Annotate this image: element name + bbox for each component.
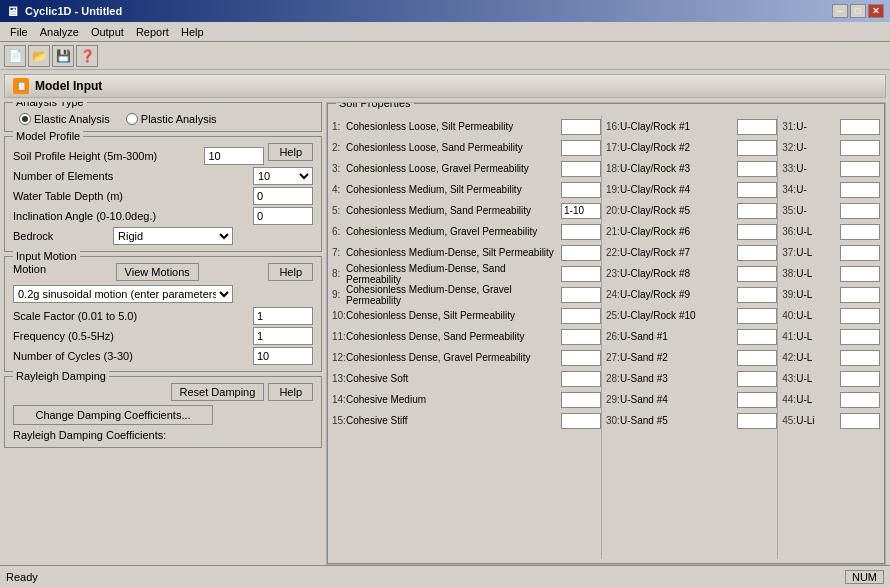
plastic-analysis-option[interactable]: Plastic Analysis [126, 113, 217, 125]
soil-row-19: 19: U-Clay/Rock #4 [606, 179, 777, 200]
soil-input-45[interactable] [840, 413, 880, 429]
soil-input-42[interactable] [840, 350, 880, 366]
soil-row-34: 34: U- [782, 179, 880, 200]
soil-input-23[interactable] [737, 266, 777, 282]
help-toolbar-button[interactable]: ❓ [76, 45, 98, 67]
frequency-input[interactable] [253, 327, 313, 345]
elastic-radio[interactable] [19, 113, 31, 125]
soil-input-36[interactable] [840, 224, 880, 240]
scale-factor-input[interactable] [253, 307, 313, 325]
soil-input-9[interactable] [561, 287, 601, 303]
maximize-button[interactable]: □ [850, 4, 866, 18]
num-cycles-input[interactable] [253, 347, 313, 365]
soil-input-19[interactable] [737, 182, 777, 198]
soil-row-39: 39: U-L [782, 284, 880, 305]
panel-title: Model Input [35, 79, 102, 93]
soil-row-20: 20: U-Clay/Rock #5 [606, 200, 777, 221]
soil-input-10[interactable] [561, 308, 601, 324]
soil-row-1: 1: Cohesionless Loose, Silt Permeability [332, 116, 601, 137]
menu-analyze[interactable]: Analyze [34, 24, 85, 40]
soil-input-14[interactable] [561, 392, 601, 408]
soil-row-29: 29: U-Sand #4 [606, 389, 777, 410]
title-text: Cyclic1D - Untitled [25, 5, 122, 17]
water-table-row: Water Table Depth (m) [9, 187, 317, 205]
input-motion-help-button[interactable]: Help [268, 263, 313, 281]
scale-factor-row: Scale Factor (0.01 to 5.0) [9, 307, 317, 325]
change-damping-button[interactable]: Change Damping Coefficients... [13, 405, 213, 425]
view-motions-button[interactable]: View Motions [116, 263, 199, 281]
soil-input-44[interactable] [840, 392, 880, 408]
soil-row-31: 31: U- [782, 116, 880, 137]
scale-factor-label: Scale Factor (0.01 to 5.0) [13, 310, 253, 322]
soil-input-25[interactable] [737, 308, 777, 324]
soil-input-33[interactable] [840, 161, 880, 177]
soil-input-6[interactable] [561, 224, 601, 240]
elastic-analysis-option[interactable]: Elastic Analysis [19, 113, 110, 125]
soil-input-8[interactable] [561, 266, 601, 282]
soil-input-2[interactable] [561, 140, 601, 156]
soil-row-38: 38: U-L [782, 263, 880, 284]
soil-input-37[interactable] [840, 245, 880, 261]
minimize-button[interactable]: ─ [832, 4, 848, 18]
model-profile-help-button[interactable]: Help [268, 143, 313, 161]
close-button[interactable]: ✕ [868, 4, 884, 18]
soil-input-13[interactable] [561, 371, 601, 387]
soil-row-9: 9: Cohesionless Medium-Dense, Gravel Per… [332, 284, 601, 305]
motion-select[interactable]: 0.2g sinusoidal motion (enter parameters… [13, 285, 233, 303]
soil-input-43[interactable] [840, 371, 880, 387]
reset-damping-button[interactable]: Reset Damping [171, 383, 265, 401]
soil-input-31[interactable] [840, 119, 880, 135]
soil-input-15[interactable] [561, 413, 601, 429]
soil-input-30[interactable] [737, 413, 777, 429]
soil-input-24[interactable] [737, 287, 777, 303]
soil-input-27[interactable] [737, 350, 777, 366]
soil-input-29[interactable] [737, 392, 777, 408]
menu-output[interactable]: Output [85, 24, 130, 40]
soil-input-18[interactable] [737, 161, 777, 177]
soil-input-35[interactable] [840, 203, 880, 219]
soil-input-20[interactable] [737, 203, 777, 219]
soil-row-15: 15: Cohesive Stiff [332, 410, 601, 431]
menu-help[interactable]: Help [175, 24, 210, 40]
soil-input-16[interactable] [737, 119, 777, 135]
panel-icon: 📋 [13, 78, 29, 94]
water-table-input[interactable] [253, 187, 313, 205]
soil-input-4[interactable] [561, 182, 601, 198]
num-elements-select[interactable]: 10 [253, 167, 313, 185]
soil-input-11[interactable] [561, 329, 601, 345]
save-button[interactable]: 💾 [52, 45, 74, 67]
soil-input-41[interactable] [840, 329, 880, 345]
panel-header: 📋 Model Input [4, 74, 886, 98]
soil-row-17: 17: U-Clay/Rock #2 [606, 137, 777, 158]
plastic-radio[interactable] [126, 113, 138, 125]
soil-input-7[interactable] [561, 245, 601, 261]
soil-row-3: 3: Cohesionless Loose, Gravel Permeabili… [332, 158, 601, 179]
soil-input-40[interactable] [840, 308, 880, 324]
rayleigh-help-button[interactable]: Help [268, 383, 313, 401]
soil-height-input[interactable] [204, 147, 264, 165]
title-bar: 🖥 Cyclic1D - Untitled ─ □ ✕ [0, 0, 890, 22]
soil-input-34[interactable] [840, 182, 880, 198]
soil-input-28[interactable] [737, 371, 777, 387]
soil-input-17[interactable] [737, 140, 777, 156]
soil-input-38[interactable] [840, 266, 880, 282]
open-button[interactable]: 📂 [28, 45, 50, 67]
frequency-label: Frequency (0.5-5Hz) [13, 330, 253, 342]
menu-file[interactable]: File [4, 24, 34, 40]
menu-report[interactable]: Report [130, 24, 175, 40]
soil-input-1[interactable] [561, 119, 601, 135]
soil-input-21[interactable] [737, 224, 777, 240]
bedrock-select[interactable]: Rigid [113, 227, 233, 245]
new-button[interactable]: 📄 [4, 45, 26, 67]
water-table-label: Water Table Depth (m) [13, 190, 253, 202]
damping-coefficients-label: Rayleigh Damping Coefficients: [13, 429, 166, 441]
soil-input-12[interactable] [561, 350, 601, 366]
soil-input-22[interactable] [737, 245, 777, 261]
soil-input-5[interactable] [561, 203, 601, 219]
soil-input-3[interactable] [561, 161, 601, 177]
soil-input-39[interactable] [840, 287, 880, 303]
soil-input-32[interactable] [840, 140, 880, 156]
soil-input-26[interactable] [737, 329, 777, 345]
inclination-input[interactable] [253, 207, 313, 225]
right-panel: Soil Properties 1: Cohesionless Loose, S… [326, 102, 886, 565]
